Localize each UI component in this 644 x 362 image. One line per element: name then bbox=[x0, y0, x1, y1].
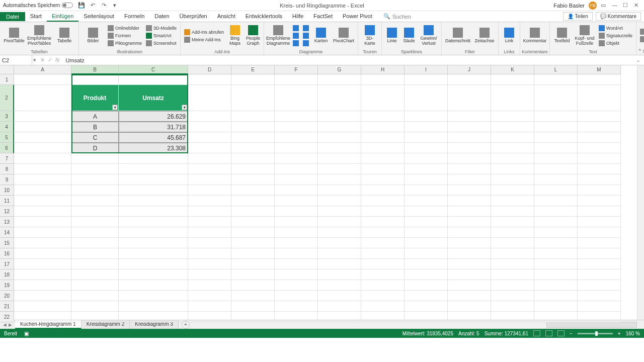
cell-H20[interactable] bbox=[361, 291, 405, 301]
close-icon[interactable]: ✕ bbox=[634, 2, 641, 9]
cell-C21[interactable] bbox=[119, 301, 188, 312]
cell-B12[interactable] bbox=[71, 206, 119, 217]
col-header-F[interactable]: F bbox=[275, 65, 318, 74]
cell-J15[interactable] bbox=[448, 238, 491, 248]
sparkline-line-button[interactable]: Linie bbox=[384, 23, 400, 48]
cell-H7[interactable] bbox=[361, 153, 405, 164]
cell-D8[interactable] bbox=[188, 164, 231, 174]
cell-E22[interactable] bbox=[231, 312, 275, 322]
cell-L7[interactable] bbox=[534, 153, 578, 164]
cell-B2[interactable]: Produkt▾ bbox=[71, 85, 119, 111]
3d-models-button[interactable]: 3D-Modelle bbox=[144, 25, 178, 32]
cell-B21[interactable] bbox=[71, 301, 119, 312]
cell-C19[interactable] bbox=[119, 280, 188, 291]
cell-D12[interactable] bbox=[188, 206, 231, 217]
cell-A20[interactable] bbox=[14, 291, 71, 301]
cell-K14[interactable] bbox=[491, 227, 534, 238]
share-button[interactable]: 👤Teilen bbox=[563, 12, 593, 21]
cell-D1[interactable] bbox=[188, 74, 231, 85]
cell-G2[interactable] bbox=[318, 85, 361, 111]
cell-M12[interactable] bbox=[578, 206, 621, 217]
cell-F8[interactable] bbox=[275, 164, 318, 174]
cell-C7[interactable] bbox=[119, 153, 188, 164]
cell-B1[interactable] bbox=[71, 74, 119, 85]
cell-A19[interactable] bbox=[14, 280, 71, 291]
cell-J1[interactable] bbox=[448, 74, 491, 85]
cell-J11[interactable] bbox=[448, 196, 491, 206]
cell-I22[interactable] bbox=[405, 312, 448, 322]
cell-C13[interactable] bbox=[119, 217, 188, 227]
table-button[interactable]: Tabelle bbox=[52, 23, 76, 48]
cell-C3[interactable]: 26.629 bbox=[119, 111, 188, 122]
cell-E7[interactable] bbox=[231, 153, 275, 164]
cell-C2[interactable]: Umsatz▾ bbox=[119, 85, 188, 111]
cell-E13[interactable] bbox=[231, 217, 275, 227]
row-header-6[interactable]: 6 bbox=[0, 143, 14, 153]
cell-C22[interactable] bbox=[119, 312, 188, 322]
cell-B4[interactable]: B bbox=[71, 122, 119, 132]
cell-J10[interactable] bbox=[448, 185, 491, 196]
cell-G3[interactable] bbox=[318, 111, 361, 122]
cell-A3[interactable] bbox=[14, 111, 71, 122]
cell-M17[interactable] bbox=[578, 259, 621, 269]
cell-J13[interactable] bbox=[448, 217, 491, 227]
user-avatar[interactable]: FB bbox=[589, 2, 597, 10]
row-header-12[interactable]: 12 bbox=[0, 206, 14, 217]
cell-A14[interactable] bbox=[14, 227, 71, 238]
tab-file[interactable]: Datei bbox=[0, 12, 25, 21]
cell-C6[interactable]: 23.308 bbox=[119, 143, 188, 153]
cell-I6[interactable] bbox=[405, 143, 448, 153]
save-icon[interactable]: 💾 bbox=[78, 2, 85, 9]
cell-E17[interactable] bbox=[231, 259, 275, 269]
cell-M7[interactable] bbox=[578, 153, 621, 164]
cell-K7[interactable] bbox=[491, 153, 534, 164]
cell-C14[interactable] bbox=[119, 227, 188, 238]
cell-C8[interactable] bbox=[119, 164, 188, 174]
cell-F11[interactable] bbox=[275, 196, 318, 206]
col-header-D[interactable]: D bbox=[188, 65, 231, 74]
cell-B20[interactable] bbox=[71, 291, 119, 301]
cell-L2[interactable] bbox=[534, 85, 578, 111]
cell-L8[interactable] bbox=[534, 164, 578, 174]
cell-K2[interactable] bbox=[491, 85, 534, 111]
cell-F1[interactable] bbox=[275, 74, 318, 85]
cell-I17[interactable] bbox=[405, 259, 448, 269]
cell-E6[interactable] bbox=[231, 143, 275, 153]
tab-start[interactable]: Start bbox=[25, 12, 47, 22]
collapse-ribbon-icon[interactable]: ^ bbox=[638, 48, 641, 54]
cell-M15[interactable] bbox=[578, 238, 621, 248]
cell-A13[interactable] bbox=[14, 217, 71, 227]
cell-H8[interactable] bbox=[361, 164, 405, 174]
tab-power pivot[interactable]: Power Pivot bbox=[338, 12, 377, 22]
online-pictures-button[interactable]: Onlinebilder bbox=[106, 25, 143, 32]
row-header-8[interactable]: 8 bbox=[0, 164, 14, 174]
cell-J7[interactable] bbox=[448, 153, 491, 164]
cell-C9[interactable] bbox=[119, 174, 188, 185]
record-macro-icon[interactable]: ▣ bbox=[24, 331, 29, 336]
cell-E5[interactable] bbox=[231, 132, 275, 143]
object-button[interactable]: Objekt bbox=[597, 40, 634, 47]
smartart-button[interactable]: SmartArt bbox=[144, 32, 178, 39]
cell-B22[interactable] bbox=[71, 312, 119, 322]
cell-F14[interactable] bbox=[275, 227, 318, 238]
toggle-switch[interactable] bbox=[62, 3, 73, 8]
cell-A21[interactable] bbox=[14, 301, 71, 312]
filter-dropdown-icon[interactable]: ▾ bbox=[182, 105, 187, 110]
sparkline-column-button[interactable]: Säule bbox=[401, 23, 417, 48]
tab-daten[interactable]: Daten bbox=[149, 12, 174, 22]
cell-F21[interactable] bbox=[275, 301, 318, 312]
cell-I14[interactable] bbox=[405, 227, 448, 238]
cell-K15[interactable] bbox=[491, 238, 534, 248]
cell-L17[interactable] bbox=[534, 259, 578, 269]
cell-G16[interactable] bbox=[318, 248, 361, 259]
cell-I5[interactable] bbox=[405, 132, 448, 143]
col-header-B[interactable]: B bbox=[71, 65, 119, 74]
col-header-I[interactable]: I bbox=[405, 65, 448, 74]
cell-L10[interactable] bbox=[534, 185, 578, 196]
cell-I18[interactable] bbox=[405, 269, 448, 280]
cell-K22[interactable] bbox=[491, 312, 534, 322]
cell-I13[interactable] bbox=[405, 217, 448, 227]
cell-E2[interactable] bbox=[231, 85, 275, 111]
cell-E3[interactable] bbox=[231, 111, 275, 122]
cell-D3[interactable] bbox=[188, 111, 231, 122]
